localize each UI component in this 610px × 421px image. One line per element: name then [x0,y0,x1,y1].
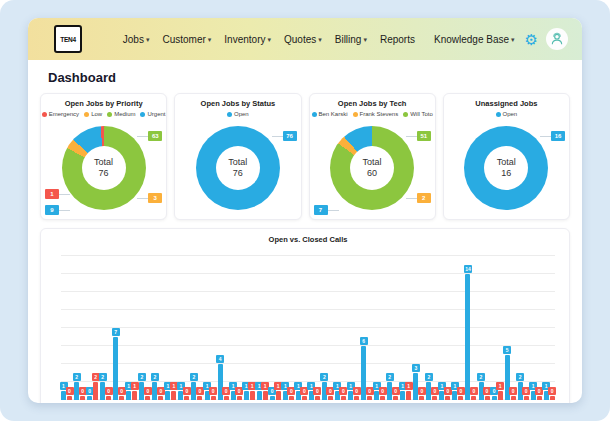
donut-chart: Total 16 16 [447,121,566,215]
chart-card-open-vs-closed-calls: Open vs. Closed Calls 102002207011202011… [40,228,570,403]
bar-chart-title: Open vs. Closed Calls [61,235,555,244]
bar-value-label: 0 [209,387,217,395]
bar-group: 20 [518,382,529,400]
bar-group: 10 [348,391,359,400]
bar-value-label: 0 [509,387,517,395]
nav-item-customer[interactable]: Customer▾ [162,34,211,45]
legend-item: Urgent [140,111,165,117]
bar-value-label: 0 [313,387,321,395]
bar-closed: 0 [380,396,385,400]
nav-item-billing[interactable]: Billing▾ [335,34,367,45]
bar-group: 01 [492,391,503,400]
bar-value-label: 2 [386,373,394,381]
bar-group: 10 [296,391,307,400]
bar-group: 01 [270,391,281,400]
bar-closed: 2 [93,382,98,400]
bar-closed: 0 [328,396,333,400]
bar-group: 10 [178,391,189,400]
bar-closed: 0 [550,396,555,400]
bar-closed: 0 [158,396,163,400]
bar-value-label: 0 [548,387,556,395]
nav-item-jobs[interactable]: Jobs▾ [123,34,150,45]
page-background: TEN4 Jobs▾Customer▾Inventory▾Quotes▾Bill… [0,0,610,421]
legend-dot-icon [84,112,89,117]
bar-group: 20 [139,382,150,400]
bar-open: 0 [270,396,275,400]
donut-center-label: Total [497,157,516,168]
bar-open: 1 [400,391,405,400]
bar-closed: 0 [419,396,424,400]
bar-closed: 0 [471,396,476,400]
bar-value-label: 2 [151,373,159,381]
bar-group: 10 [205,391,216,400]
profile-avatar[interactable] [546,28,568,50]
chart-card-open-jobs-by-priority: Open Jobs by Priority EmergencyLowMedium… [40,93,167,220]
bar-closed: 0 [67,396,72,400]
bar-closed: 0 [211,396,216,400]
legend-dot-icon [42,112,47,117]
bar-value-label: 0 [183,387,191,395]
legend-item: Open [227,111,249,117]
bar-group: 20 [74,382,85,400]
bar-value-label: 3 [412,364,420,372]
donut-charts-row: Open Jobs by Priority EmergencyLowMedium… [28,93,582,220]
bar-value-label: 2 [99,373,107,381]
settings-gear-icon[interactable]: ⚙ [525,32,538,47]
nav-item-inventory[interactable]: Inventory▾ [224,34,271,45]
bar-group: 60 [361,346,372,400]
bar-closed: 0 [237,396,242,400]
bar-closed: 0 [485,396,490,400]
legend-dot-icon [403,112,408,117]
bar-group: 11 [126,391,137,400]
bar-group: 40 [218,364,229,400]
bar-value-label: 2 [516,373,524,381]
data-label-will-toto: 51 [417,131,431,141]
bar-closed: 0 [445,396,450,400]
legend-dot-icon [227,112,232,117]
bar-value-label: 2 [138,373,146,381]
legend-item: Emergency [42,111,79,117]
bar-group: 10 [231,391,242,400]
bar-value-label: 0 [353,387,361,395]
bar-value-label: 0 [457,387,465,395]
legend-item: Frank Stevens [353,111,399,117]
bar-closed: 0 [119,396,124,400]
donut-chart: Total 76 76 [178,121,297,215]
bar-closed: 0 [184,396,189,400]
data-label-open: 16 [551,131,565,141]
bar-group: 10 [452,391,463,400]
bar-closed: 0 [458,396,463,400]
bar-open: 0 [492,396,497,400]
bar-group: 10 [283,391,294,400]
bar-closed: 0 [224,396,229,400]
donut-center-total: 60 [367,168,377,179]
donut-center: Total 16 [484,146,528,190]
bar-value-label: 1 [405,382,413,390]
bar-group: 02 [87,382,98,400]
bar-closed: 1 [132,391,137,400]
chart-title: Unassigned Jobs [447,99,566,108]
nav-item-knowledge-base[interactable]: Knowledge Base▾ [434,34,515,45]
app-logo[interactable]: TEN4 [54,25,82,53]
donut-center-label: Total [363,157,382,168]
bar-group: 10 [335,391,346,400]
donut-center: Total 60 [350,146,394,190]
data-label-emergency: 1 [45,189,59,199]
chart-legend: EmergencyLowMediumUrgent [44,111,163,117]
bar-group: 70 [113,337,124,400]
chart-title: Open Jobs by Priority [44,99,163,108]
legend-dot-icon [140,112,145,117]
bar-value-label: 2 [190,373,198,381]
bar-closed: 1 [250,391,255,400]
nav-item-quotes[interactable]: Quotes▾ [284,34,322,45]
bar-value-label: 0 [144,387,152,395]
legend-dot-icon [312,112,317,117]
chart-legend: Open [178,111,297,117]
bar-closed: 1 [498,391,503,400]
donut-center-total: 76 [233,168,243,179]
nav-item-reports[interactable]: Reports [380,34,415,45]
data-label-urgent: 9 [45,205,59,215]
bar-closed: 1 [171,391,176,400]
bar-open: 0 [87,396,92,400]
chevron-down-icon: ▾ [511,36,515,44]
